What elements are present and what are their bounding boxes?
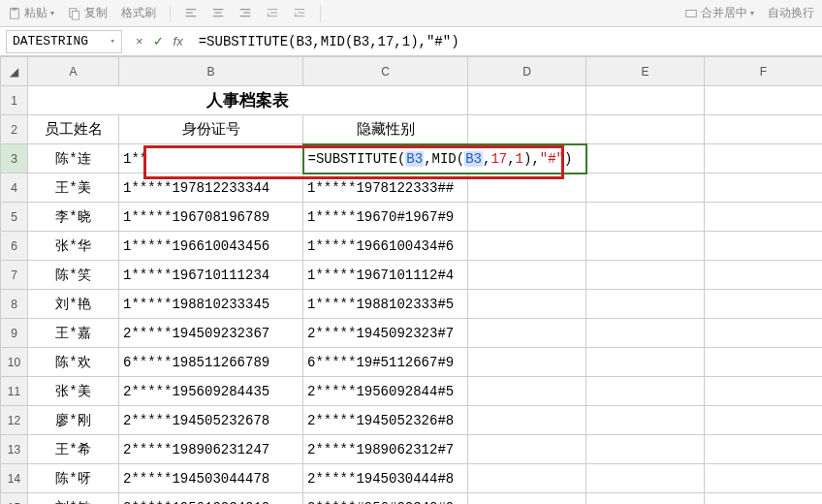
cell[interactable]: [468, 232, 586, 261]
cell[interactable]: 2*****1945092323#7: [303, 319, 468, 348]
cell[interactable]: [586, 493, 705, 505]
cell[interactable]: 廖*刚: [28, 406, 119, 435]
cell[interactable]: [468, 203, 586, 232]
cell[interactable]: [586, 232, 705, 261]
cell[interactable]: [705, 464, 823, 493]
cell[interactable]: [586, 377, 705, 406]
row-header[interactable]: 8: [1, 290, 28, 319]
cell[interactable]: [468, 173, 586, 203]
cell[interactable]: 1*****1988102333#5: [303, 290, 468, 319]
cell[interactable]: [705, 232, 823, 261]
cell[interactable]: 2*****195612234010: [119, 493, 303, 505]
align-center-button[interactable]: [211, 7, 225, 20]
cell[interactable]: 张*华: [28, 232, 119, 261]
cell[interactable]: [586, 203, 705, 232]
cell[interactable]: [586, 144, 705, 173]
cell[interactable]: [705, 290, 823, 319]
row-header[interactable]: 1: [1, 86, 28, 115]
row-header[interactable]: 2: [1, 115, 28, 144]
align-left-button[interactable]: [184, 7, 198, 20]
copy-button[interactable]: 复制: [68, 5, 108, 21]
cell[interactable]: 陈*呀: [28, 464, 119, 493]
cell[interactable]: [705, 203, 823, 232]
cell[interactable]: 2*****1945030444#8: [303, 464, 468, 493]
column-header[interactable]: D: [468, 57, 586, 86]
cell[interactable]: [705, 319, 823, 348]
merge-center-button[interactable]: 合并居中 ▾: [684, 5, 754, 21]
cell[interactable]: 王*嘉: [28, 319, 119, 348]
name-box[interactable]: DATESTRING ▾: [6, 30, 122, 53]
cell[interactable]: [586, 464, 705, 493]
column-header[interactable]: A: [28, 57, 119, 86]
row-header[interactable]: 14: [1, 464, 28, 493]
cell[interactable]: [468, 406, 586, 435]
cell[interactable]: 1*****1967101112#4: [303, 261, 468, 290]
cell[interactable]: [468, 86, 586, 115]
spreadsheet-grid[interactable]: ◢ A B C D E F 1 人事档案表 2 员工姓名 身份证号 隐藏性别 3…: [0, 56, 822, 504]
cell[interactable]: 1*****198810233345: [119, 290, 303, 319]
cell[interactable]: [705, 435, 823, 464]
select-all-corner[interactable]: ◢: [1, 57, 28, 86]
cell[interactable]: 陈*笑: [28, 261, 119, 290]
formula-editor[interactable]: =SUBSTITUTE(B3,MID(B3,17,1),"#"): [304, 145, 585, 173]
indent-decrease-button[interactable]: [266, 7, 279, 20]
cell[interactable]: 2*****194505232678: [119, 406, 303, 435]
cell[interactable]: [705, 261, 823, 290]
cell[interactable]: 隐藏性别: [303, 115, 468, 144]
row-header[interactable]: 5: [1, 203, 28, 232]
cell[interactable]: 王*希: [28, 435, 119, 464]
row-header[interactable]: 9: [1, 319, 28, 348]
align-right-button[interactable]: [238, 7, 252, 20]
confirm-formula-button[interactable]: ✓: [153, 34, 164, 48]
column-header[interactable]: F: [705, 57, 823, 86]
cell[interactable]: 2*****198906231247: [119, 435, 303, 464]
row-header[interactable]: 15: [1, 493, 28, 505]
column-header[interactable]: C: [303, 57, 468, 86]
cell[interactable]: 刘*敏: [28, 493, 119, 505]
cell[interactable]: 刘*艳: [28, 290, 119, 319]
cell[interactable]: [468, 261, 586, 290]
cell[interactable]: 2*****194503044478: [119, 464, 303, 493]
chevron-down-icon[interactable]: ▾: [111, 36, 115, 47]
column-header[interactable]: B: [119, 57, 303, 86]
cell[interactable]: [586, 319, 705, 348]
cell[interactable]: [586, 348, 705, 377]
row-header[interactable]: 10: [1, 348, 28, 377]
cell[interactable]: [468, 435, 586, 464]
cell[interactable]: 人事档案表: [28, 86, 468, 115]
cell[interactable]: [468, 290, 586, 319]
cancel-formula-button[interactable]: ×: [136, 34, 143, 48]
cell[interactable]: 2*****#956#22340#0: [303, 493, 468, 505]
fx-button[interactable]: fx: [174, 34, 183, 48]
cell[interactable]: [468, 319, 586, 348]
cell[interactable]: 1*****197812233344: [119, 173, 303, 203]
cell[interactable]: 1*****196708196789: [119, 203, 303, 232]
cell[interactable]: 张*美: [28, 377, 119, 406]
format-painter-button[interactable]: 格式刷: [121, 5, 156, 21]
cell[interactable]: [586, 173, 705, 203]
cell[interactable]: [705, 348, 823, 377]
cell[interactable]: 员工姓名: [28, 115, 119, 144]
row-header[interactable]: 12: [1, 406, 28, 435]
indent-increase-button[interactable]: [293, 7, 306, 20]
cell[interactable]: [468, 115, 586, 144]
cell[interactable]: 2*****194509232367: [119, 319, 303, 348]
row-header[interactable]: 7: [1, 261, 28, 290]
cell[interactable]: [705, 86, 823, 115]
cell[interactable]: [468, 348, 586, 377]
wrap-text-button[interactable]: 自动换行: [768, 5, 814, 21]
cell[interactable]: [586, 406, 705, 435]
cell[interactable]: 1*****196610043456: [119, 232, 303, 261]
cell[interactable]: 6*****19#5112667#9: [303, 348, 468, 377]
row-header[interactable]: 11: [1, 377, 28, 406]
editing-cell[interactable]: =SUBSTITUTE(B3,MID(B3,17,1),"#"): [303, 144, 586, 173]
cell[interactable]: [468, 493, 586, 505]
cell[interactable]: 1*****196710111234: [119, 261, 303, 290]
cell[interactable]: 陈*连: [28, 144, 119, 173]
cell[interactable]: [586, 290, 705, 319]
cell[interactable]: [705, 115, 823, 144]
cell[interactable]: [705, 406, 823, 435]
cell[interactable]: 王*美: [28, 173, 119, 203]
cell[interactable]: 2*****1956092844#5: [303, 377, 468, 406]
cell[interactable]: [586, 115, 705, 144]
